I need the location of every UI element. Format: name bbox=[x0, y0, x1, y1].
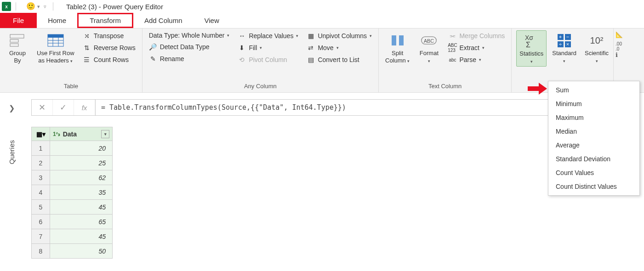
rename-button[interactable]: ✎ Rename bbox=[146, 53, 233, 64]
tab-transform[interactable]: Transform bbox=[77, 13, 133, 28]
statistics-icon: XσΣ bbox=[523, 33, 540, 49]
stats-item-median[interactable]: Median bbox=[548, 124, 639, 138]
pivot-label: Pivot Column bbox=[249, 56, 287, 63]
rounding-icon[interactable]: .00.0 bbox=[616, 41, 624, 50]
pivot-column-button[interactable]: ⟲ Pivot Column bbox=[235, 54, 301, 65]
replace-label: Replace Values bbox=[249, 32, 293, 40]
unpivot-columns-button[interactable]: ▦ Unpivot Columns ▾ bbox=[304, 30, 375, 41]
parse-button[interactable]: abc Parse ▾ bbox=[445, 54, 507, 65]
pivot-icon: ⟲ bbox=[238, 56, 246, 64]
reverse-rows-button[interactable]: ⇅ Reverse Rows bbox=[80, 42, 138, 53]
table-row[interactable]: 435 bbox=[32, 185, 113, 200]
table-row[interactable]: 665 bbox=[32, 215, 113, 229]
expand-queries-button[interactable]: ❯ bbox=[9, 104, 15, 113]
row-number[interactable]: 8 bbox=[32, 244, 50, 259]
extract-button[interactable]: ABC123 Extract ▾ bbox=[445, 42, 507, 53]
split-column-button[interactable]: Split Column ▾ bbox=[382, 30, 412, 66]
scientific-button[interactable]: 10² Scientific▾ bbox=[582, 30, 611, 67]
reverse-rows-icon: ⇅ bbox=[83, 44, 91, 52]
chevron-down-icon: ▾ bbox=[296, 34, 298, 38]
group-text-column: Split Column ▾ ABC Format▾ ⫘ Merge Colum… bbox=[379, 28, 512, 92]
window-title: Table2 (3) - Power Query Editor bbox=[66, 3, 163, 11]
data-cell[interactable]: 45 bbox=[50, 229, 113, 244]
queries-label: Queries bbox=[8, 140, 16, 164]
svg-text:Xσ: Xσ bbox=[525, 34, 533, 41]
data-cell[interactable]: 50 bbox=[50, 244, 113, 259]
rename-icon: ✎ bbox=[149, 55, 157, 63]
svg-rect-2 bbox=[10, 44, 18, 46]
stats-item-count-distinct[interactable]: Count Distinct Values bbox=[548, 180, 639, 193]
chevron-down-icon: ▾ bbox=[336, 45, 339, 50]
statistics-button[interactable]: XσΣ Statistics▾ bbox=[516, 30, 547, 67]
tab-view[interactable]: View bbox=[194, 13, 230, 28]
extract-label: Extract bbox=[459, 44, 479, 51]
replace-values-button[interactable]: ↔ Replace Values ▾ bbox=[235, 30, 301, 41]
data-cell[interactable]: 65 bbox=[50, 215, 113, 229]
qat-overflow-icon[interactable]: ▿ bbox=[44, 4, 46, 10]
svg-rect-9 bbox=[392, 35, 396, 45]
move-button[interactable]: ⇄ Move ▾ bbox=[304, 42, 375, 53]
standard-button[interactable]: +−÷× Standard▾ bbox=[549, 30, 579, 67]
rename-label: Rename bbox=[160, 55, 184, 62]
table-row[interactable]: 225 bbox=[32, 156, 113, 170]
row-number[interactable]: 6 bbox=[32, 215, 50, 229]
convert-to-list-button[interactable]: ▤ Convert to List bbox=[304, 54, 375, 65]
stats-item-average[interactable]: Average bbox=[548, 138, 639, 152]
data-type-label: Data Type: Whole Number bbox=[149, 32, 225, 39]
count-rows-button[interactable]: ☰ Count Rows bbox=[80, 54, 138, 65]
information-icon[interactable]: ℹ bbox=[616, 51, 624, 60]
headers-icon bbox=[47, 32, 64, 49]
tab-file[interactable]: File bbox=[0, 13, 37, 28]
svg-text:÷: ÷ bbox=[559, 41, 562, 47]
row-number[interactable]: 3 bbox=[32, 170, 50, 185]
use-first-row-button[interactable]: Use First Row as Headers ▾ bbox=[34, 30, 77, 66]
table-row[interactable]: 120 bbox=[32, 141, 113, 156]
stats-item-maximum[interactable]: Maximum bbox=[548, 111, 639, 124]
fx-icon[interactable]: fx bbox=[74, 100, 95, 115]
stats-item-minimum[interactable]: Minimum bbox=[548, 97, 639, 111]
row-number[interactable]: 2 bbox=[32, 156, 50, 170]
formula-accept-button[interactable]: ✓ bbox=[53, 100, 74, 115]
stats-item-sum[interactable]: Sum bbox=[548, 83, 639, 97]
trigonometry-icon[interactable]: 📐 bbox=[616, 31, 624, 40]
smiley-icon[interactable]: 🙂 bbox=[26, 2, 35, 11]
detect-data-type-button[interactable]: 🔎 Detect Data Type bbox=[146, 41, 233, 52]
merge-columns-button[interactable]: ⫘ Merge Columns bbox=[445, 30, 507, 41]
data-grid: ▦▾ 1²₃ Data ▾ 120225362435545665745850 bbox=[31, 127, 113, 259]
queries-pane-collapsed: ❯ Queries bbox=[0, 96, 23, 266]
fill-button[interactable]: ⬇ Fill ▾ bbox=[235, 42, 301, 53]
table-row[interactable]: 850 bbox=[32, 244, 113, 259]
data-cell[interactable]: 45 bbox=[50, 200, 113, 215]
stats-item-std-dev[interactable]: Standard Deviation bbox=[548, 152, 639, 166]
data-cell[interactable]: 25 bbox=[50, 156, 113, 170]
data-cell[interactable]: 35 bbox=[50, 185, 113, 200]
row-number[interactable]: 4 bbox=[32, 185, 50, 200]
column-header-data[interactable]: 1²₃ Data ▾ bbox=[50, 127, 113, 141]
data-cell[interactable]: 20 bbox=[50, 141, 113, 156]
tab-home[interactable]: Home bbox=[37, 13, 77, 28]
transpose-icon: ⤭ bbox=[83, 32, 91, 40]
row-number[interactable]: 5 bbox=[32, 200, 50, 215]
table-row[interactable]: 745 bbox=[32, 229, 113, 244]
merge-icon: ⫘ bbox=[448, 32, 456, 40]
svg-text:−: − bbox=[566, 34, 569, 40]
grid-corner[interactable]: ▦▾ bbox=[32, 127, 50, 141]
data-cell[interactable]: 62 bbox=[50, 170, 113, 185]
table-icon: ▦▾ bbox=[36, 130, 46, 138]
transpose-button[interactable]: ⤭ Transpose bbox=[80, 30, 138, 41]
group-by-button[interactable]: Group By bbox=[4, 30, 31, 66]
data-type-button[interactable]: Data Type: Whole Number ▾ bbox=[146, 30, 233, 40]
stats-item-count[interactable]: Count Values bbox=[548, 166, 639, 180]
chevron-down-icon: ▾ bbox=[479, 57, 481, 62]
format-button[interactable]: ABC Format▾ bbox=[415, 30, 443, 66]
tab-add-column[interactable]: Add Column bbox=[133, 13, 194, 28]
row-number[interactable]: 1 bbox=[32, 141, 50, 156]
formula-cancel-button[interactable]: ✕ bbox=[32, 100, 53, 115]
table-row[interactable]: 362 bbox=[32, 170, 113, 185]
table-row[interactable]: 545 bbox=[32, 200, 113, 215]
column-filter-button[interactable]: ▾ bbox=[101, 130, 109, 138]
row-number[interactable]: 7 bbox=[32, 229, 50, 244]
fill-label: Fill bbox=[249, 44, 257, 51]
qat-dropdown-icon[interactable]: ▾ bbox=[37, 4, 40, 10]
separator bbox=[53, 2, 53, 11]
